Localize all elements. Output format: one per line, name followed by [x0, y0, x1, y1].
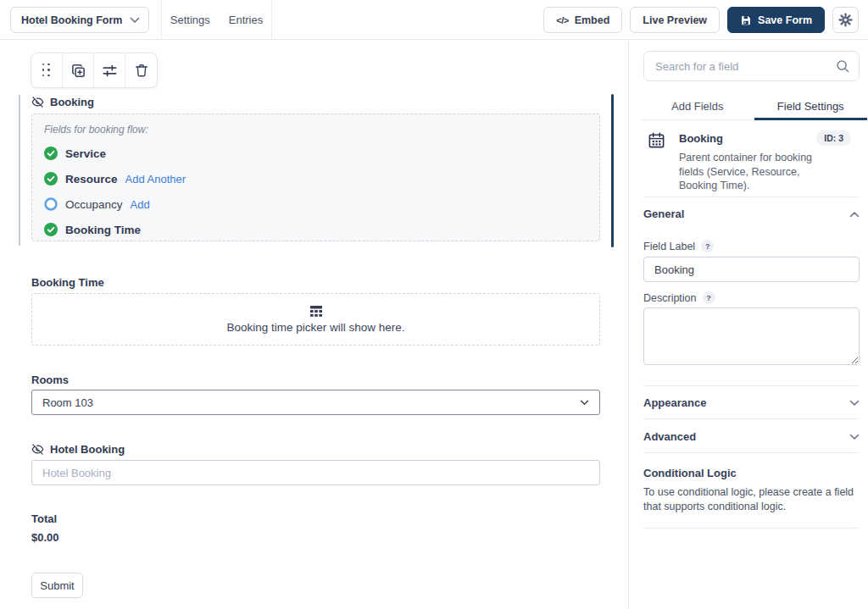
booking-subfield-booking-time: Booking Time [44, 217, 587, 242]
booking-subfield-resource: Resource Add Another [44, 166, 587, 191]
gear-icon [838, 13, 853, 27]
chevron-down-icon [580, 400, 589, 406]
hidden-eye-icon [31, 443, 44, 456]
tab-field-settings[interactable]: Field Settings [754, 92, 868, 119]
booking-flow-hint: Fields for booking flow: [44, 124, 587, 136]
check-circle-icon [44, 223, 58, 236]
rooms-label: Rooms [31, 374, 69, 386]
trash-icon [134, 63, 149, 78]
conditional-logic-label: Conditional Logic [643, 467, 737, 479]
delete-field-button[interactable] [125, 53, 157, 87]
check-circle-icon [44, 172, 58, 185]
form-selector-value: Hotel Booking Form [21, 14, 122, 26]
sliders-icon [102, 63, 118, 79]
field-toolbar [31, 53, 158, 88]
description-label: Description [643, 292, 697, 304]
field-label-input[interactable] [643, 257, 860, 282]
settings-gear-button[interactable] [832, 7, 859, 33]
divider [643, 197, 860, 197]
drag-dots-icon [42, 64, 52, 78]
divider [643, 528, 860, 529]
settings-sidebar: Add Fields Field Settings Booking ID: 3 … [628, 40, 868, 609]
hotel-booking-input[interactable] [31, 460, 600, 485]
rooms-select[interactable]: Room 103 [31, 390, 600, 415]
chevron-up-icon [849, 211, 860, 218]
field-id-badge: ID: 3 [816, 130, 851, 146]
form-builder-app: Hotel Booking Form Settings Entries </> … [0, 0, 868, 609]
save-icon [740, 14, 752, 26]
rooms-selected-value: Room 103 [42, 396, 93, 409]
help-icon[interactable]: ? [701, 240, 714, 252]
add-another-link[interactable]: Add Another [125, 173, 186, 185]
section-general[interactable]: General [643, 208, 860, 220]
description-textarea[interactable] [643, 307, 860, 365]
submit-button[interactable]: Submit [31, 573, 83, 598]
chevron-down-icon [849, 434, 860, 440]
conditional-logic-message: To use conditional logic, please create … [643, 485, 857, 514]
subfield-label: Booking Time [65, 224, 141, 236]
drag-handle[interactable] [31, 53, 63, 87]
section-appearance[interactable]: Appearance [643, 396, 860, 409]
save-form-button[interactable]: Save Form [727, 7, 825, 33]
selected-field-indicator [611, 94, 614, 247]
total-label: Total [31, 512, 57, 525]
field-left-rule [19, 95, 20, 246]
booking-field-header[interactable]: Booking [31, 96, 94, 108]
booking-group-box[interactable]: Fields for booking flow: Service Resourc… [31, 113, 600, 241]
tab-add-fields[interactable]: Add Fields [641, 92, 754, 119]
booking-time-preview-box[interactable]: Booking time picker will show here. [31, 293, 600, 346]
form-canvas: Booking Fields for booking flow: Service… [0, 40, 628, 609]
divider [643, 385, 860, 386]
tab-entries[interactable]: Entries [229, 14, 263, 26]
field-search-input[interactable] [643, 51, 860, 81]
field-type-description: Parent container for booking fields (Ser… [679, 151, 830, 193]
field-type-name: Booking [679, 132, 723, 145]
hotel-booking-label: Hotel Booking [50, 443, 125, 456]
code-icon: </> [556, 15, 568, 25]
tab-settings[interactable]: Settings [170, 14, 210, 26]
appearance-section-label: Appearance [643, 396, 706, 409]
description-row: Description ? [643, 291, 715, 304]
field-settings-button[interactable] [94, 53, 125, 87]
top-bar-actions: </> Embed Live Preview Save Form [543, 7, 859, 33]
chevron-down-icon [130, 17, 140, 24]
section-advanced[interactable]: Advanced [643, 430, 860, 443]
booking-subfield-occupancy: Occupancy Add [44, 191, 587, 217]
general-section-label: General [643, 208, 684, 220]
search-icon [835, 58, 850, 74]
sidebar-tabs: Add Fields Field Settings [641, 92, 867, 120]
hidden-eye-icon [31, 96, 44, 108]
booking-group-label: Booking [50, 96, 94, 108]
booking-time-label: Booking Time [31, 276, 104, 289]
divider [643, 418, 860, 419]
divider [643, 452, 860, 453]
calendar-icon [648, 131, 665, 149]
subfield-label: Resource [65, 173, 118, 185]
time-table-icon [309, 305, 323, 318]
add-link[interactable]: Add [131, 198, 150, 211]
field-search [643, 51, 860, 81]
subfield-label: Service [65, 147, 106, 160]
form-selector-dropdown[interactable]: Hotel Booking Form [10, 7, 149, 33]
duplicate-icon [70, 63, 86, 79]
field-label-row: Field Label ? [643, 240, 714, 252]
subfield-label: Occupancy [65, 198, 123, 211]
check-circle-icon [44, 147, 58, 160]
help-icon[interactable]: ? [703, 291, 715, 304]
live-preview-label: Live Preview [643, 14, 707, 26]
advanced-section-label: Advanced [643, 430, 696, 443]
live-preview-button[interactable]: Live Preview [630, 7, 720, 33]
pending-circle-icon [44, 197, 58, 211]
embed-button-label: Embed [575, 14, 610, 26]
chevron-down-icon [849, 400, 860, 407]
save-form-label: Save Form [758, 14, 812, 26]
embed-button[interactable]: </> Embed [543, 7, 622, 33]
field-label-label: Field Label [643, 241, 695, 252]
duplicate-field-button[interactable] [63, 53, 94, 87]
top-bar: Hotel Booking Form Settings Entries </> … [0, 0, 868, 40]
hotel-booking-field-header[interactable]: Hotel Booking [31, 443, 125, 456]
booking-time-preview-text: Booking time picker will show here. [226, 321, 404, 334]
top-nav-tabs: Settings Entries [161, 0, 272, 40]
booking-subfield-service: Service [44, 141, 587, 166]
total-value: $0.00 [31, 531, 59, 544]
